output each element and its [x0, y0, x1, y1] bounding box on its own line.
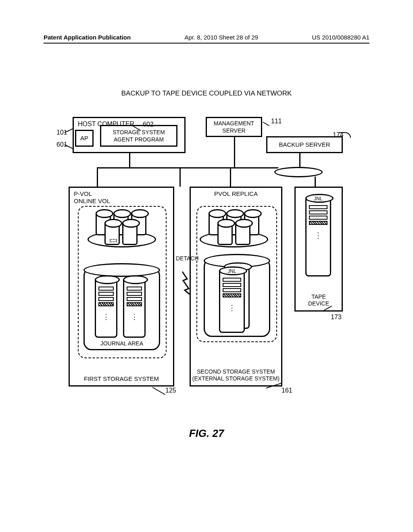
sss-title: PVOL REPLICA — [195, 190, 277, 197]
sap-line2: AGENT PROGRAM — [101, 136, 176, 143]
tape-journal-icon: JNL ⋮ — [305, 196, 331, 276]
slot-icon — [110, 239, 117, 242]
line-sss-a — [179, 167, 181, 187]
vdots-icon: ⋮ — [124, 315, 144, 319]
second-storage-system-box: PVOL REPLICA JNL ⋮ SECOND STORAGE SYSTEM… — [190, 187, 282, 387]
ref-173: 173 — [331, 314, 342, 321]
first-storage-system-box: P-VOL ONLINE VOL JOURNAL AREA ⋮ ⋮ FIRST … — [69, 187, 174, 387]
leader-line-icon — [263, 122, 270, 126]
sss-bottom-l1: SECOND STORAGE SYSTEM — [191, 368, 281, 375]
ref-602: 602 — [143, 121, 154, 128]
line-sss-b — [230, 167, 231, 187]
fss-bottom-label: FIRST STORAGE SYSTEM — [70, 375, 173, 382]
diagram: HOST COMPUTER AP STORAGE SYSTEM AGENT PR… — [56, 113, 355, 403]
tape-device-box: JNL ⋮ TAPE DEVICE — [294, 187, 343, 312]
tape-label: TAPE DEVICE — [296, 293, 342, 307]
storage-agent-box: STORAGE SYSTEM AGENT PROGRAM — [100, 125, 177, 147]
cylinder-icon — [217, 221, 233, 245]
line-main — [97, 167, 278, 168]
ref-161: 161 — [282, 387, 292, 394]
vdots-icon: ⋮ — [220, 306, 244, 310]
san-cloud-icon — [274, 167, 323, 177]
line-san-tape — [315, 177, 316, 188]
journal-volume-icon: JNL ⋮ — [219, 268, 245, 333]
figure-label: FIG. 27 — [0, 427, 413, 440]
journal-volume-icon: ⋮ — [123, 277, 146, 338]
jvol-rows-icon — [98, 287, 114, 308]
tape-l1: TAPE — [296, 293, 342, 300]
jnl-label: JNL — [220, 268, 244, 274]
ref-125: 125 — [165, 387, 176, 394]
fss-title-l2: ONLINE VOL — [74, 197, 169, 205]
cylinder-icon — [104, 221, 120, 245]
cylinder-icon — [235, 221, 250, 245]
ref-101: 101 — [56, 129, 67, 136]
backup-server-box: BACKUP SERVER — [266, 136, 343, 153]
jnl-label: JNL — [307, 196, 330, 202]
journal-area-label: JOURNAL AREA — [85, 340, 159, 347]
sss-bottom-l2: (EXTERNAL STORAGE SYSTEM) — [191, 375, 281, 382]
vdots-icon: ⋮ — [307, 233, 330, 238]
header-left: Patent Application Publication — [44, 34, 131, 41]
jvol-rows-icon — [223, 278, 241, 299]
tape-l2: DEVICE — [296, 300, 342, 307]
fss-title-l1: P-VOL — [74, 190, 169, 197]
mgmt-line1: MANAGEMENT — [207, 120, 261, 127]
jvol-rows-icon — [309, 205, 327, 226]
ap-box: AP — [75, 130, 94, 147]
sss-bottom-label: SECOND STORAGE SYSTEM (EXTERNAL STORAGE … — [191, 368, 281, 382]
leader-line-icon — [152, 387, 165, 395]
line-host — [129, 153, 130, 167]
fss-title: P-VOL ONLINE VOL — [74, 190, 169, 205]
leader-curve-icon — [339, 132, 351, 138]
mgmt-line2: SERVER — [207, 127, 261, 134]
management-server-box: MANAGEMENT SERVER — [206, 117, 262, 137]
line-mgmt — [234, 137, 235, 168]
journal-volume-icon: ⋮ — [95, 277, 117, 338]
jvol-rows-icon — [127, 287, 142, 308]
cylinder-icon — [122, 221, 138, 245]
header-right: US 2010/0088280 A1 — [312, 34, 369, 41]
page-header: Patent Application Publication Apr. 8, 2… — [44, 34, 369, 41]
line-fss — [97, 167, 98, 187]
header-center: Apr. 8, 2010 Sheet 28 of 29 — [184, 34, 258, 41]
ref-111: 111 — [271, 118, 282, 125]
line-backup-san — [299, 153, 300, 168]
diagram-caption: BACKUP TO TAPE DEVICE COUPLED VIA NETWOR… — [0, 89, 413, 98]
vdots-icon: ⋮ — [96, 315, 116, 319]
detach-label: DETACH — [176, 255, 199, 262]
lightning-bolt-icon — [179, 271, 191, 295]
header-rule — [44, 43, 369, 44]
